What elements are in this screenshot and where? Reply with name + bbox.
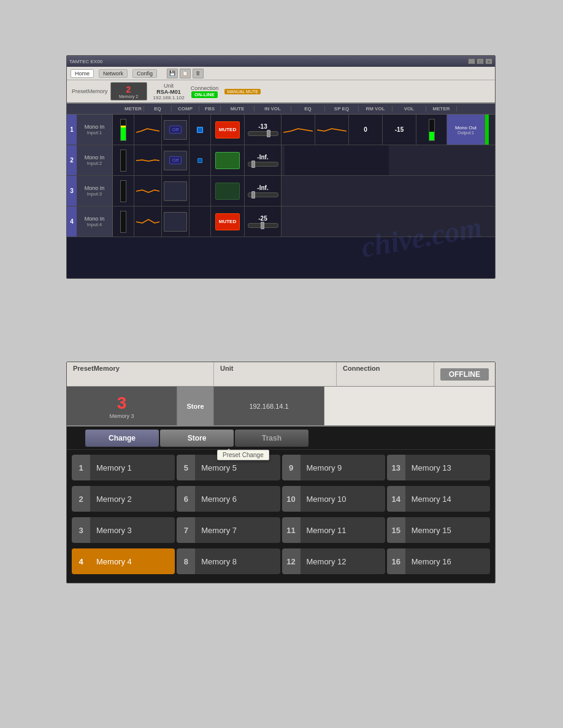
meter-cell bbox=[113, 207, 134, 237]
close-button[interactable]: × bbox=[485, 58, 492, 64]
restore-button[interactable]: □ bbox=[477, 58, 484, 64]
memory-num-badge: 9 bbox=[282, 455, 301, 480]
comp-cell[interactable] bbox=[162, 207, 190, 237]
vol-value: -Inf. bbox=[257, 154, 268, 161]
memory-num-badge: 14 bbox=[387, 486, 405, 512]
vol-handle[interactable] bbox=[251, 191, 255, 199]
output-indicator bbox=[485, 115, 489, 145]
vol-slider[interactable] bbox=[248, 162, 278, 167]
clear-icon[interactable]: 🗑 bbox=[193, 69, 204, 78]
pm-unit-label: Unit bbox=[214, 362, 337, 386]
comp-cell[interactable] bbox=[162, 176, 190, 206]
invol-cell: -25 bbox=[245, 207, 282, 237]
eq-cell[interactable] bbox=[134, 115, 162, 145]
eq-cell[interactable] bbox=[134, 145, 162, 175]
col-comp: COMP bbox=[172, 106, 199, 112]
save-icon[interactable]: 💾 bbox=[167, 69, 178, 78]
memory-item-3[interactable]: 3 Memory 3 bbox=[72, 517, 175, 543]
vol-handle[interactable] bbox=[261, 222, 264, 229]
memory-item-8[interactable]: 8 Memory 8 bbox=[177, 548, 280, 574]
mute-button[interactable] bbox=[215, 152, 240, 169]
vol-slider[interactable] bbox=[248, 131, 278, 136]
meter-cell bbox=[113, 115, 134, 145]
meter-bar bbox=[120, 180, 126, 202]
tab-home[interactable]: Home bbox=[71, 69, 94, 78]
tab-network[interactable]: Network bbox=[99, 69, 128, 78]
fbs-cell bbox=[190, 207, 211, 237]
pm-ip-address: 192.168.14.1 bbox=[249, 403, 288, 410]
comp-off-btn[interactable]: Off bbox=[169, 126, 182, 134]
invol-cell: -13 bbox=[245, 115, 282, 145]
col-fbs: FBS bbox=[199, 106, 221, 112]
meter-cell bbox=[113, 145, 134, 175]
memory-item-15[interactable]: 15 Memory 15 bbox=[387, 517, 490, 543]
eq-graph3 bbox=[136, 181, 159, 201]
memory-num-badge: 11 bbox=[282, 517, 301, 543]
memory-item-12[interactable]: 12 Memory 12 bbox=[282, 548, 385, 574]
row-label: Mono In Input:1 bbox=[77, 115, 113, 145]
out-eq-graph bbox=[283, 120, 313, 140]
speq-cell[interactable] bbox=[315, 115, 349, 145]
table-row: 1 Mono In Input:1 Off bbox=[67, 115, 495, 145]
memory-item-6[interactable]: 6 Memory 6 bbox=[177, 486, 280, 512]
memory-item-name: Memory 3 bbox=[90, 526, 175, 535]
vol-out-cell: -15 bbox=[383, 115, 416, 145]
meter-green bbox=[121, 127, 126, 140]
memory-item-11[interactable]: 11 Memory 11 bbox=[282, 517, 385, 543]
memory-num-badge: 13 bbox=[387, 455, 405, 480]
col-invol: IN VOL bbox=[255, 106, 291, 112]
memory-item-13[interactable]: 13 Memory 13 bbox=[387, 455, 490, 480]
unit-name: RSA-M01 bbox=[156, 89, 181, 95]
mute-button[interactable]: MUTED bbox=[215, 121, 240, 138]
mute-cell bbox=[211, 176, 245, 206]
connection-label: Connection bbox=[191, 85, 219, 91]
tab-config[interactable]: Config bbox=[132, 69, 157, 78]
svg-rect-4 bbox=[136, 181, 159, 201]
vol-slider[interactable] bbox=[248, 192, 278, 197]
comp-cell[interactable]: Off bbox=[162, 115, 190, 145]
pm-store-button[interactable]: Store bbox=[177, 387, 214, 425]
store-action-button[interactable]: Store bbox=[160, 430, 234, 447]
memory-num-badge: 10 bbox=[282, 486, 301, 512]
memory-item-1[interactable]: 1 Memory 1 bbox=[72, 455, 175, 480]
memory-grid: 1 Memory 1 5 Memory 5 9 Memory 9 13 Memo… bbox=[67, 450, 495, 583]
memory-item-10[interactable]: 10 Memory 10 bbox=[282, 486, 385, 512]
pm-middlebar: 3 Memory 3 Store 192.168.14.1 bbox=[67, 387, 495, 427]
mute-button[interactable] bbox=[215, 183, 240, 200]
svg-rect-5 bbox=[136, 212, 159, 232]
memory-item-name: Memory 2 bbox=[90, 495, 175, 504]
vol-handle[interactable] bbox=[267, 130, 270, 137]
memory-item-16[interactable]: 16 Memory 16 bbox=[387, 548, 490, 574]
vol-handle[interactable] bbox=[251, 161, 255, 168]
table-row: 2 Mono In Input:2 Off bbox=[67, 145, 495, 176]
pm-memory-number: 3 bbox=[117, 393, 127, 413]
memory-item-4[interactable]: 4 Memory 4 bbox=[72, 548, 175, 574]
pm-preset-label: PresetMemory bbox=[67, 362, 214, 386]
offline-status-badge: OFFLINE bbox=[440, 368, 489, 381]
memory-item-name: Memory 5 bbox=[195, 463, 280, 472]
invol-cell: -Inf. bbox=[245, 145, 282, 175]
col-mute: MUTE bbox=[221, 106, 255, 112]
copy-icon[interactable]: 📋 bbox=[180, 69, 191, 78]
memory-item-14[interactable]: 14 Memory 14 bbox=[387, 486, 490, 512]
out-eq-cell[interactable] bbox=[282, 115, 315, 145]
memory-item-9[interactable]: 9 Memory 9 bbox=[282, 455, 385, 480]
eq-cell[interactable] bbox=[134, 176, 162, 206]
change-button[interactable]: Change bbox=[85, 430, 159, 447]
trash-button[interactable]: Trash bbox=[235, 430, 308, 447]
memory-item-7[interactable]: 7 Memory 7 bbox=[177, 517, 280, 543]
rmvol-value: 0 bbox=[364, 126, 367, 133]
pm-connection-label: Connection bbox=[337, 362, 434, 386]
mute-button[interactable]: MUTED bbox=[215, 213, 240, 230]
memory-num-badge: 15 bbox=[387, 517, 405, 543]
col-vol: VOL bbox=[393, 106, 426, 112]
vol-slider[interactable] bbox=[248, 223, 278, 228]
comp-cell[interactable]: Off bbox=[162, 145, 190, 175]
memory-item-2[interactable]: 2 Memory 2 bbox=[72, 486, 175, 512]
comp-off-btn[interactable]: Off bbox=[169, 156, 182, 164]
minimize-button[interactable]: _ bbox=[468, 58, 475, 64]
eq-cell[interactable] bbox=[134, 207, 162, 237]
table-row: 4 Mono In Input:4 MUTED -2 bbox=[67, 207, 495, 237]
svg-rect-2 bbox=[317, 120, 347, 140]
rmvol-cell: 0 bbox=[349, 115, 383, 145]
